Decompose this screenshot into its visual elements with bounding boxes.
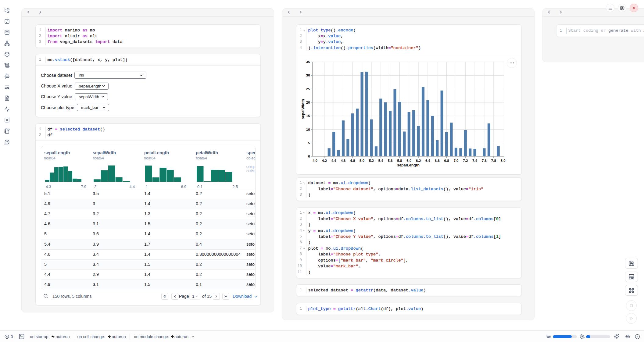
svg-text:6.4: 6.4: [425, 159, 431, 162]
svg-text:7.2: 7.2: [463, 159, 468, 162]
svg-text:4.4: 4.4: [331, 159, 337, 162]
svg-text:6.2: 6.2: [416, 159, 421, 162]
svg-text:0: 0: [308, 155, 310, 158]
svg-text:4.8: 4.8: [350, 159, 355, 162]
svg-text:10: 10: [306, 127, 310, 131]
svg-text:4.2: 4.2: [322, 159, 327, 162]
svg-text:35: 35: [306, 60, 310, 64]
svg-text:5.4: 5.4: [378, 159, 384, 162]
svg-text:5.0: 5.0: [360, 159, 364, 162]
svg-text:7.4: 7.4: [472, 159, 478, 162]
svg-text:5.6: 5.6: [388, 159, 393, 162]
svg-text:6.8: 6.8: [444, 159, 449, 162]
svg-text:15: 15: [306, 114, 310, 118]
svg-text:4.0: 4.0: [313, 159, 317, 162]
svg-text:7.8: 7.8: [491, 159, 496, 162]
svg-text:sepalLength: sepalLength: [397, 163, 420, 167]
svg-text:20: 20: [306, 100, 310, 104]
svg-text:25: 25: [306, 87, 310, 91]
svg-text:5.2: 5.2: [369, 159, 374, 162]
svg-text:8.0: 8.0: [501, 159, 506, 162]
svg-text:5: 5: [308, 141, 310, 144]
svg-text:7.6: 7.6: [482, 159, 487, 162]
svg-text:30: 30: [306, 73, 310, 77]
svg-text:6.6: 6.6: [435, 159, 440, 162]
svg-text:5.8: 5.8: [397, 159, 402, 162]
svg-text:7.0: 7.0: [453, 159, 458, 162]
svg-text:sepalWidth: sepalWidth: [301, 99, 305, 119]
svg-text:6.0: 6.0: [406, 159, 411, 162]
svg-text:4.6: 4.6: [341, 159, 346, 162]
